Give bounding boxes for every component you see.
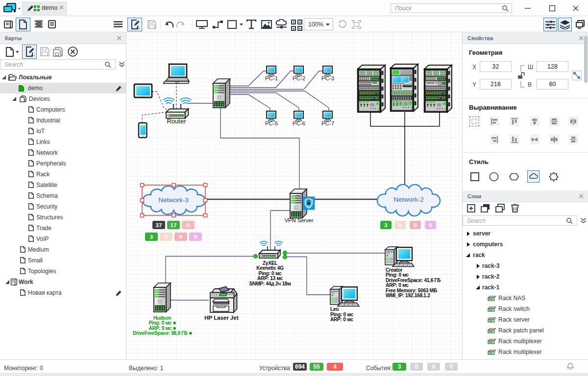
svg-text:PC-5: PC-5 — [265, 120, 278, 126]
svg-text:PC-1: PC-1 — [265, 75, 278, 81]
svg-text:17: 17 — [171, 222, 177, 228]
svg-text:Ping: 0 мс ■: Ping: 0 мс ■ — [148, 320, 175, 326]
svg-text:3: 3 — [150, 234, 153, 240]
svg-text:ZyXEL: ZyXEL — [263, 260, 277, 266]
svg-text:Free Memory: 5063 МБ: Free Memory: 5063 МБ — [386, 288, 437, 293]
svg-text:ARP: 13 мс: ARP: 13 мс — [257, 276, 283, 281]
svg-text:HP Laser Jet: HP Laser Jet — [204, 315, 239, 321]
svg-text:DriveFreeSpace: 98,9 ГБ ■: DriveFreeSpace: 98,9 ГБ ■ — [133, 330, 192, 336]
svg-text:Ping: 0 мс: Ping: 0 мс — [330, 312, 353, 317]
svg-text:Hudson: Hudson — [153, 315, 171, 321]
svg-text:Ping: 0 мс: Ping: 0 мс — [386, 272, 409, 278]
svg-text:PC-7: PC-7 — [321, 120, 334, 126]
svg-text:PC-2: PC-2 — [293, 75, 305, 81]
svg-text:0: 0 — [194, 234, 197, 240]
svg-text:PC-6: PC-6 — [293, 120, 305, 126]
svg-text:DriveFreeSpace: 41,6 ГБ: DriveFreeSpace: 41,6 ГБ — [386, 278, 441, 283]
svg-text:Network-2: Network-2 — [393, 196, 424, 203]
svg-text:PC-3: PC-3 — [321, 75, 334, 81]
svg-text:0: 0 — [414, 222, 416, 228]
svg-text:Creator: Creator — [386, 267, 402, 273]
svg-text:Leo: Leo — [330, 306, 339, 312]
svg-text:Network-3: Network-3 — [158, 196, 189, 204]
svg-text:ARP: 9 мс ■: ARP: 9 мс ■ — [149, 326, 176, 331]
svg-text:VPN Server: VPN Server — [285, 217, 314, 223]
svg-text:ARP: 0 мс: ARP: 0 мс — [386, 282, 409, 288]
svg-text:37: 37 — [156, 222, 162, 228]
svg-text:0: 0 — [429, 222, 432, 228]
svg-text:0: 0 — [398, 222, 401, 228]
svg-text:0: 0 — [187, 222, 190, 228]
svg-text:Ping: 0 мс: Ping: 0 мс — [259, 271, 282, 276]
svg-text:SNMP: 44д 2ч 18м: SNMP: 44д 2ч 18м — [249, 281, 291, 286]
svg-text:Keenetic 4G: Keenetic 4G — [256, 265, 284, 271]
svg-text:0: 0 — [179, 234, 182, 240]
svg-text:WMI_IP: 192.168.1.2: WMI_IP: 192.168.1.2 — [386, 293, 430, 298]
svg-text:Router: Router — [167, 118, 186, 125]
svg-text:ARP: 0 мс: ARP: 0 мс — [330, 317, 353, 322]
svg-text:3: 3 — [384, 222, 387, 228]
svg-text:0: 0 — [165, 234, 168, 240]
